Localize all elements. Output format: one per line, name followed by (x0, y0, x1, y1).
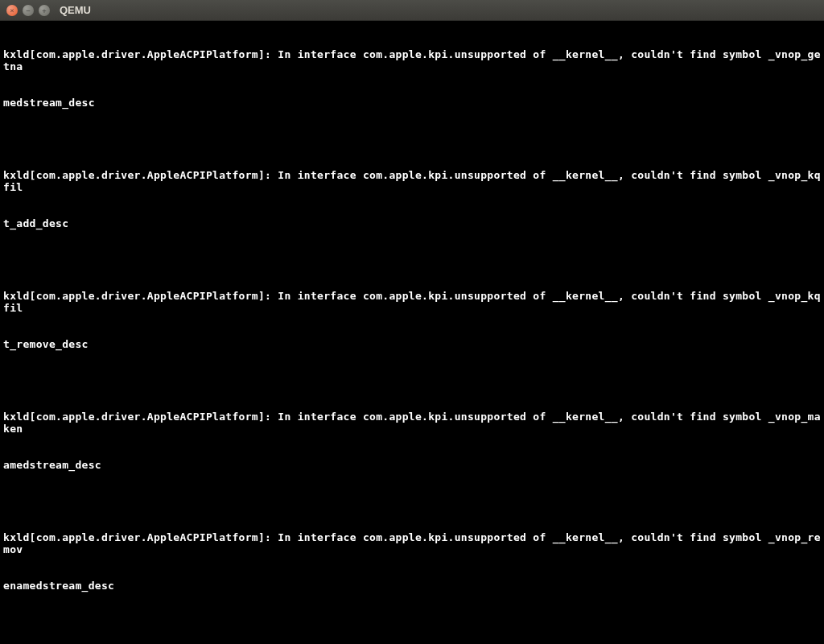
terminal-line: t_add_desc (3, 217, 821, 229)
maximize-button[interactable]: + (39, 5, 50, 16)
terminal-line: enamedstream_desc (3, 580, 821, 592)
terminal-line (3, 254, 821, 266)
terminal-line: medstream_desc (3, 97, 821, 109)
terminal-line (3, 616, 821, 628)
titlebar[interactable]: × − + QEMU (0, 0, 824, 21)
terminal-output[interactable]: kxld[com.apple.driver.AppleACPIPlatform]… (0, 21, 824, 644)
minimize-button[interactable]: − (23, 5, 34, 16)
qemu-window: × − + QEMU kxld[com.apple.driver.AppleAC… (0, 0, 824, 644)
close-button[interactable]: × (6, 5, 18, 16)
terminal-line (3, 495, 821, 507)
window-controls: × − + (6, 5, 50, 16)
terminal-line: t_remove_desc (3, 338, 821, 350)
terminal-line: kxld[com.apple.driver.AppleACPIPlatform]… (3, 290, 821, 314)
terminal-line: kxld[com.apple.driver.AppleACPIPlatform]… (3, 48, 821, 72)
terminal-line (3, 133, 821, 145)
terminal-line: kxld[com.apple.driver.AppleACPIPlatform]… (3, 169, 821, 193)
terminal-line (3, 374, 821, 386)
terminal-line: kxld[com.apple.driver.AppleACPIPlatform]… (3, 411, 821, 435)
terminal-line: kxld[com.apple.driver.AppleACPIPlatform]… (3, 531, 821, 555)
terminal-line: amedstream_desc (3, 459, 821, 471)
window-title: QEMU (60, 4, 91, 16)
